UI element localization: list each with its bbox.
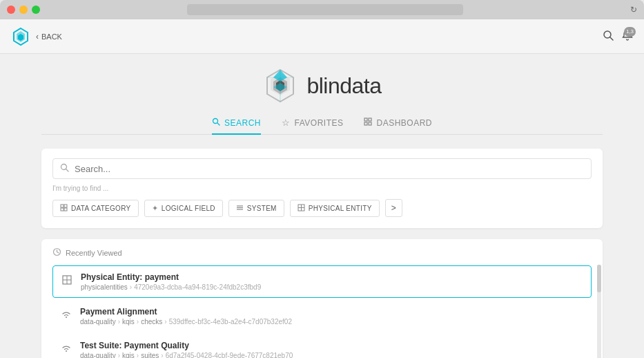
- address-bar[interactable]: [187, 4, 463, 15]
- result-path-part: suites: [141, 352, 159, 358]
- wifi-result-icon-1: [59, 308, 73, 321]
- path-arrow: ›: [137, 352, 139, 358]
- svg-point-19: [61, 164, 67, 170]
- category-button-logical-field[interactable]: ✦ LOGICAL FIELD: [144, 200, 223, 217]
- svg-line-20: [66, 169, 68, 171]
- top-nav-right: 1,3: [603, 30, 633, 44]
- result-path-part: physicalentities: [81, 283, 128, 291]
- category-button-physical-entity[interactable]: PHYSICAL ENTITY: [290, 200, 380, 217]
- svg-line-4: [610, 37, 613, 40]
- result-path-part: kqis: [122, 352, 135, 358]
- result-guid: 6d7a2f45-0428-4cbf-9ede-7677c821eb70: [166, 352, 293, 358]
- data-category-label: DATA CATEGORY: [71, 205, 131, 212]
- back-button[interactable]: ‹ BACK: [36, 32, 62, 41]
- tab-dashboard-label: DASHBOARD: [376, 118, 432, 128]
- result-content-1: Physical Entity: payment physicalentitie…: [81, 272, 584, 291]
- search-area: I'm trying to find ... DATA CATEGORY: [41, 149, 603, 228]
- result-path-1: physicalentities › 4720e9a3-dcba-4a94-81…: [81, 283, 584, 291]
- search-input-wrapper[interactable]: [52, 158, 592, 179]
- wifi-result-icon-2: [59, 341, 73, 355]
- notification-button[interactable]: 1,3: [622, 30, 633, 44]
- tab-favorites[interactable]: ☆ FAVORITES: [282, 117, 343, 135]
- svg-point-38: [66, 350, 67, 352]
- svg-point-37: [66, 317, 67, 318]
- main-content: blindata SEARCH ☆ FAVORITES: [0, 54, 644, 358]
- svg-rect-17: [364, 122, 367, 125]
- category-button-system[interactable]: SYSTEM: [228, 200, 284, 217]
- result-path-part: data-quality: [80, 318, 116, 326]
- result-item-2[interactable]: Payment Alignment data-quality › kqis › …: [52, 301, 592, 332]
- svg-rect-22: [64, 205, 67, 207]
- svg-point-13: [213, 119, 218, 124]
- more-categories-button[interactable]: >: [385, 199, 402, 217]
- recently-viewed-label: Recently Viewed: [66, 249, 122, 257]
- path-arrow: ›: [137, 318, 139, 326]
- system-label: SYSTEM: [247, 205, 277, 212]
- result-path-3: data-quality › kqis › suites › 6d7a2f45-…: [80, 352, 585, 358]
- svg-rect-18: [369, 122, 371, 125]
- scrollbar-track[interactable]: [597, 265, 601, 358]
- window-controls-right: ↻: [609, 5, 637, 15]
- physical-entity-label: PHYSICAL ENTITY: [309, 205, 372, 212]
- result-guid: 539dffec-bf3c-4e3b-a2e4-c7d07b32ef02: [169, 318, 292, 326]
- maximize-button[interactable]: [32, 6, 40, 14]
- result-guid: 4720e9a3-dcba-4a94-819c-24fdb2c3fbd9: [134, 283, 261, 291]
- result-content-3: Test Suite: Payment Quality data-quality…: [80, 341, 585, 358]
- logical-field-label: LOGICAL FIELD: [162, 205, 215, 212]
- tab-search[interactable]: SEARCH: [212, 117, 261, 135]
- close-button[interactable]: [7, 6, 15, 14]
- recently-viewed-section: Recently Viewed Physical Entity: payment…: [41, 239, 603, 358]
- result-path-part: data-quality: [80, 352, 116, 358]
- result-item-3[interactable]: Test Suite: Payment Quality data-quality…: [52, 335, 592, 358]
- recently-viewed-header: Recently Viewed: [52, 247, 592, 258]
- result-title-2: Payment Alignment: [80, 307, 585, 317]
- result-title-3: Test Suite: Payment Quality: [80, 341, 585, 350]
- category-buttons: DATA CATEGORY ✦ LOGICAL FIELD SYSTEM: [52, 199, 592, 217]
- app-container: ‹ BACK 1,3: [0, 19, 644, 358]
- path-arrow: ›: [118, 318, 120, 326]
- result-path-part: kqis: [122, 318, 135, 326]
- scrollbar-thumb[interactable]: [597, 265, 601, 292]
- tab-bar: SEARCH ☆ FAVORITES DASHBOARD: [41, 117, 603, 135]
- svg-rect-24: [64, 208, 67, 211]
- minimize-button[interactable]: [19, 6, 28, 14]
- back-arrow-icon: ‹: [36, 32, 39, 41]
- search-tab-icon: [212, 117, 220, 128]
- path-arrow: ›: [164, 318, 166, 326]
- svg-rect-23: [61, 208, 64, 211]
- reload-icon[interactable]: ↻: [630, 5, 637, 15]
- logical-field-icon: ✦: [152, 204, 158, 213]
- physical-entity-icon: [297, 204, 305, 213]
- svg-rect-21: [61, 205, 64, 207]
- result-path-part: checks: [141, 318, 162, 326]
- tab-favorites-label: FAVORITES: [295, 118, 344, 128]
- dashboard-tab-icon: [364, 117, 372, 128]
- result-content-2: Payment Alignment data-quality › kqis › …: [80, 307, 585, 326]
- path-arrow: ›: [161, 352, 163, 358]
- window-title-bar: [44, 4, 605, 15]
- svg-line-14: [217, 123, 219, 125]
- tab-search-label: SEARCH: [224, 118, 261, 128]
- svg-rect-16: [369, 118, 371, 121]
- path-arrow: ›: [130, 283, 132, 291]
- svg-rect-15: [364, 118, 367, 121]
- system-icon: [236, 204, 244, 213]
- search-nav-button[interactable]: [603, 30, 614, 44]
- result-title-1: Physical Entity: payment: [81, 272, 584, 282]
- data-category-icon: [60, 204, 68, 213]
- favorites-tab-icon: ☆: [282, 117, 291, 128]
- search-input[interactable]: [75, 164, 584, 174]
- category-button-data-category[interactable]: DATA CATEGORY: [52, 200, 139, 217]
- result-path-2: data-quality › kqis › checks › 539dffec-…: [80, 318, 585, 326]
- brand-logo-small: [11, 27, 30, 46]
- logo-section: blindata: [41, 68, 603, 104]
- logo-data: data: [340, 73, 381, 98]
- trying-to-find-label: I'm trying to find ...: [52, 185, 592, 192]
- path-arrow: ›: [118, 352, 120, 358]
- top-nav: ‹ BACK 1,3: [0, 19, 644, 54]
- clock-icon: [52, 247, 61, 258]
- search-icon: [60, 163, 69, 174]
- physical-entity-result-icon: [60, 273, 74, 287]
- result-item-1[interactable]: Physical Entity: payment physicalentitie…: [52, 265, 592, 298]
- tab-dashboard[interactable]: DASHBOARD: [364, 117, 432, 135]
